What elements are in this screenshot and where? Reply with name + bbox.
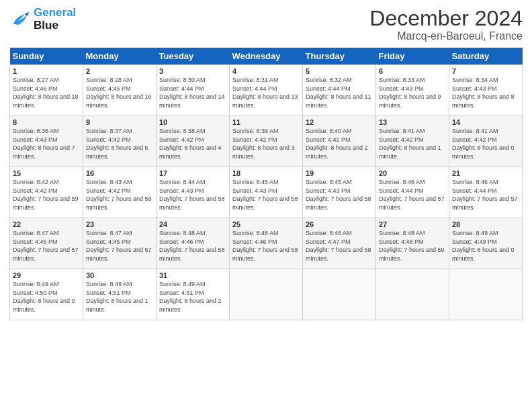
col-wednesday: Wednesday xyxy=(230,48,303,65)
col-thursday: Thursday xyxy=(303,48,376,65)
day-cell: 28 Sunrise: 8:49 AMSunset: 4:49 PMDaylig… xyxy=(449,218,523,269)
calendar-table: Sunday Monday Tuesday Wednesday Thursday… xyxy=(9,48,523,320)
day-cell: 14 Sunrise: 8:41 AMSunset: 4:42 PMDaylig… xyxy=(449,116,523,167)
day-cell: 2 Sunrise: 8:28 AMSunset: 4:45 PMDayligh… xyxy=(83,65,157,116)
table-row: 22 Sunrise: 8:47 AMSunset: 4:45 PMDaylig… xyxy=(10,218,523,269)
day-cell: 31 Sunrise: 8:49 AMSunset: 4:51 PMDaylig… xyxy=(157,269,230,320)
day-cell: 16 Sunrise: 8:43 AMSunset: 4:42 PMDaylig… xyxy=(83,167,157,218)
month-title: December 2024 xyxy=(369,7,523,30)
page-header: General Blue December 2024 Marcq-en-Baro… xyxy=(9,7,523,42)
day-cell: 12 Sunrise: 8:40 AMSunset: 4:42 PMDaylig… xyxy=(303,116,376,167)
day-cell: 19 Sunrise: 8:45 AMSunset: 4:43 PMDaylig… xyxy=(303,167,376,218)
day-cell: 22 Sunrise: 8:47 AMSunset: 4:45 PMDaylig… xyxy=(10,218,83,269)
col-sunday: Sunday xyxy=(10,48,83,65)
col-saturday: Saturday xyxy=(449,48,523,65)
day-cell: 20 Sunrise: 8:46 AMSunset: 4:44 PMDaylig… xyxy=(376,167,449,218)
table-row: 29 Sunrise: 8:49 AMSunset: 4:50 PMDaylig… xyxy=(10,269,523,320)
day-cell: 7 Sunrise: 8:34 AMSunset: 4:43 PMDayligh… xyxy=(449,65,523,116)
day-cell: 17 Sunrise: 8:44 AMSunset: 4:43 PMDaylig… xyxy=(157,167,230,218)
day-cell: 11 Sunrise: 8:39 AMSunset: 4:42 PMDaylig… xyxy=(230,116,303,167)
day-cell: 8 Sunrise: 8:36 AMSunset: 4:43 PMDayligh… xyxy=(10,116,83,167)
col-tuesday: Tuesday xyxy=(157,48,230,65)
logo-bird-icon xyxy=(9,9,31,30)
day-cell: 9 Sunrise: 8:37 AMSunset: 4:42 PMDayligh… xyxy=(83,116,157,167)
day-cell: 13 Sunrise: 8:41 AMSunset: 4:42 PMDaylig… xyxy=(376,116,449,167)
page-container: General Blue December 2024 Marcq-en-Baro… xyxy=(0,0,532,326)
day-cell: 15 Sunrise: 8:42 AMSunset: 4:42 PMDaylig… xyxy=(10,167,83,218)
day-cell: 26 Sunrise: 8:48 AMSunset: 4:47 PMDaylig… xyxy=(303,218,376,269)
day-cell: 6 Sunrise: 8:33 AMSunset: 4:43 PMDayligh… xyxy=(376,65,449,116)
day-cell: 25 Sunrise: 8:48 AMSunset: 4:46 PMDaylig… xyxy=(230,218,303,269)
day-cell: 1 Sunrise: 8:27 AMSunset: 4:46 PMDayligh… xyxy=(10,65,83,116)
table-row: 8 Sunrise: 8:36 AMSunset: 4:43 PMDayligh… xyxy=(10,116,523,167)
day-cell: 23 Sunrise: 8:47 AMSunset: 4:45 PMDaylig… xyxy=(83,218,157,269)
calendar-header-row: Sunday Monday Tuesday Wednesday Thursday… xyxy=(10,48,523,65)
day-cell: 18 Sunrise: 8:45 AMSunset: 4:43 PMDaylig… xyxy=(230,167,303,218)
day-cell: 27 Sunrise: 8:48 AMSunset: 4:48 PMDaylig… xyxy=(376,218,449,269)
empty-cell xyxy=(230,269,303,320)
empty-cell xyxy=(303,269,376,320)
day-cell: 21 Sunrise: 8:46 AMSunset: 4:44 PMDaylig… xyxy=(449,167,523,218)
empty-cell xyxy=(449,269,523,320)
table-row: 1 Sunrise: 8:27 AMSunset: 4:46 PMDayligh… xyxy=(10,65,523,116)
table-row: 15 Sunrise: 8:42 AMSunset: 4:42 PMDaylig… xyxy=(10,167,523,218)
day-cell: 24 Sunrise: 8:48 AMSunset: 4:46 PMDaylig… xyxy=(157,218,230,269)
logo-text: General Blue xyxy=(34,7,76,32)
location-title: Marcq-en-Baroeul, France xyxy=(369,30,523,42)
empty-cell xyxy=(376,269,449,320)
day-cell: 10 Sunrise: 8:38 AMSunset: 4:42 PMDaylig… xyxy=(157,116,230,167)
day-cell: 29 Sunrise: 8:49 AMSunset: 4:50 PMDaylig… xyxy=(10,269,83,320)
day-cell: 30 Sunrise: 8:49 AMSunset: 4:51 PMDaylig… xyxy=(83,269,157,320)
col-monday: Monday xyxy=(83,48,157,65)
day-cell: 4 Sunrise: 8:31 AMSunset: 4:44 PMDayligh… xyxy=(230,65,303,116)
day-cell: 5 Sunrise: 8:32 AMSunset: 4:44 PMDayligh… xyxy=(303,65,376,116)
logo: General Blue xyxy=(9,7,76,32)
day-cell: 3 Sunrise: 8:30 AMSunset: 4:44 PMDayligh… xyxy=(157,65,230,116)
title-block: December 2024 Marcq-en-Baroeul, France xyxy=(369,7,523,42)
col-friday: Friday xyxy=(376,48,449,65)
